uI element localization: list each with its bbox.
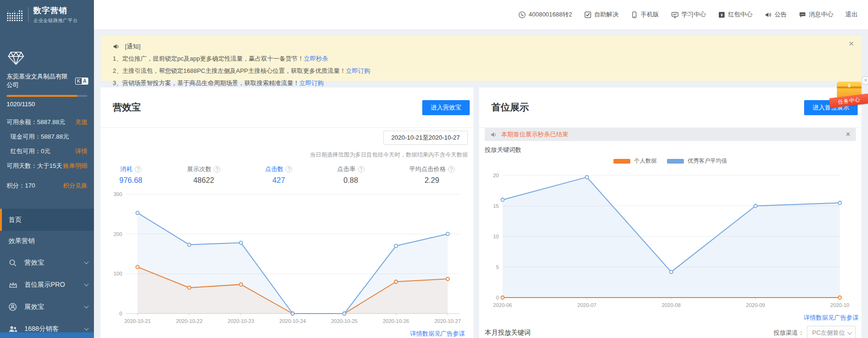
alert-speaker-icon — [490, 131, 497, 138]
help-icon[interactable]: ? — [135, 166, 141, 173]
cash-label: 现金可用：5887.88元 — [10, 133, 69, 141]
svg-text:2020-10-21: 2020-10-21 — [124, 318, 151, 324]
shouwei-panel: 首位展示 进入首位展示 本期首位展示秒杀已结束 × 投放关键词数 个人数据 优秀… — [479, 87, 861, 338]
quota-progress-bar — [7, 95, 87, 97]
mobile-icon — [631, 11, 638, 18]
stat-impressions[interactable]: 展示次数? 48622 — [187, 165, 220, 185]
yingxiaobao-panel-title: 营效宝 — [113, 101, 141, 114]
notice-tag: [通知] — [125, 42, 140, 51]
yingxiaobao-panel: 营效宝 进入营效宝 2020-10-21至2020-10-27 当日期选择范围为… — [101, 87, 473, 338]
notice-line-3: 3、营销场景智投方案，基于商品生命周期场景，获取搜索精准流量！ — [113, 79, 299, 86]
nav-mobile-version[interactable]: 手机版 — [631, 10, 659, 19]
quota-progress-fill — [7, 95, 78, 97]
nav-logout[interactable]: 退出 — [845, 10, 858, 19]
hotline-number: 4008001688转2 — [528, 10, 572, 19]
legend-swatch-personal[interactable] — [613, 159, 630, 164]
svg-text:2020-07: 2020-07 — [577, 302, 596, 308]
keywords-count-label: 投放关键词数 — [479, 141, 861, 154]
svg-text:5: 5 — [496, 264, 499, 270]
notice-close-icon[interactable]: × — [849, 39, 854, 49]
stat-clicks-value: 427 — [265, 176, 292, 185]
left-ad-advisor-link[interactable]: 详情数据见广告参谋 — [410, 330, 465, 337]
stat-avg-cpc[interactable]: 平均点击价格? 2.29 — [409, 165, 455, 185]
stat-impressions-label: 展示次数 — [187, 165, 211, 173]
nav-self-service-label: 自助解决 — [594, 10, 619, 19]
chat-bubble-icon — [799, 11, 806, 18]
stat-ctr-value: 0.88 — [337, 176, 364, 185]
stat-clicks-label: 点击数 — [265, 165, 283, 173]
brand-logo-icon — [7, 8, 23, 22]
enter-yingxiaobao-button[interactable]: 进入营效宝 — [422, 100, 470, 115]
nav-message-center[interactable]: 消息中心 — [799, 10, 833, 19]
search-icon — [8, 258, 19, 267]
crown-icon — [8, 280, 19, 290]
stat-consumption-label: 消耗 — [120, 165, 132, 173]
svg-text:¥: ¥ — [721, 12, 723, 17]
svg-text:100: 100 — [114, 271, 122, 276]
sidebar-item-home-label: 首页 — [8, 216, 22, 224]
legend-label-excellent[interactable]: 优秀客户平均值 — [688, 157, 727, 165]
svg-text:2020-10-26: 2020-10-26 — [383, 318, 409, 324]
nav-self-service[interactable]: 自助解决 — [584, 10, 619, 19]
stat-ctr[interactable]: 点击率? 0.88 — [337, 165, 364, 185]
stat-clicks[interactable]: 点击数? 427 — [265, 165, 292, 185]
redpacket-detail-link[interactable]: 详情 — [75, 147, 87, 156]
stat-ctr-label: 点击率 — [337, 165, 356, 173]
quota-text: 1020/1150 — [0, 97, 94, 108]
legend-label-personal[interactable]: 个人数据 — [634, 157, 657, 165]
redpacket-balance-label: 红包可用：0元 — [10, 147, 50, 156]
sidebar-item-zhanxiaobao[interactable]: 展效宝 — [0, 296, 94, 318]
task-center-badge[interactable]: × 任务中心 — [829, 78, 868, 106]
announcement-speaker-icon — [113, 43, 120, 50]
help-icon[interactable]: ? — [286, 166, 292, 173]
right-ad-advisor-link[interactable]: 详情数据见广告参谋 — [804, 314, 859, 321]
help-icon[interactable]: ? — [214, 166, 220, 173]
date-range-picker[interactable]: 2020-10-21至2020-10-27 — [383, 131, 468, 145]
points-exchange-link[interactable]: 积分兑换 — [63, 181, 87, 190]
notice-line-1: 1、定位推广，提前锁定pc及app更多确定性流量，赢占双十一备货节！ — [113, 55, 304, 62]
top-bar: 4008001688转2 自助解决 手机版 学习中心 ¥ 红包中心 公告 消息中… — [94, 0, 868, 29]
nav-redpacket-center[interactable]: ¥ 红包中心 — [718, 10, 752, 19]
task-badge-close-icon[interactable]: × — [861, 76, 868, 85]
ka-badge-a: A — [82, 78, 88, 84]
alert-close-icon[interactable]: × — [846, 130, 850, 139]
notice-link-3[interactable]: 立即订购 — [299, 79, 324, 86]
nav-mobile-label: 手机版 — [641, 10, 659, 19]
bill-detail-link[interactable]: 账单明细 — [63, 162, 87, 170]
chevron-down-icon — [847, 330, 852, 335]
svg-text:0: 0 — [119, 311, 122, 316]
sidebar-menu: 首页 效果营销 营效宝 首位展示PRO 展效宝 — [0, 209, 94, 338]
presentation-icon — [671, 11, 679, 18]
chevron-down-icon — [84, 304, 89, 308]
shouwei-alert-text: 本期首位展示秒杀已结束 — [501, 130, 846, 139]
stat-consumption[interactable]: 消耗? 976.68 — [119, 165, 142, 185]
balance-label: 可用余额：5887.88元 — [7, 118, 65, 126]
chevron-down-icon — [84, 259, 89, 264]
svg-text:2020-06: 2020-06 — [493, 302, 512, 308]
speaker-icon — [765, 11, 772, 18]
help-icon[interactable]: ? — [358, 166, 364, 173]
svg-text:2020-10-22: 2020-10-22 — [176, 318, 202, 324]
notice-link-1[interactable]: 立即秒杀 — [304, 55, 328, 62]
sidebar-item-yingxiaobao[interactable]: 营效宝 — [0, 252, 94, 274]
nav-message-label: 消息中心 — [809, 10, 833, 19]
red-envelope-icon: ¥ — [718, 11, 725, 18]
keywords-trend-chart: 051015202020-062020-072020-082020-092020… — [485, 169, 856, 310]
stat-impressions-value: 48622 — [187, 176, 220, 185]
channel-select[interactable]: PC左侧首位 — [807, 326, 856, 338]
svg-text:2020-10-24: 2020-10-24 — [279, 318, 306, 324]
legend-swatch-excellent[interactable] — [667, 159, 684, 164]
brand-subtitle: 企业全链路推广平台 — [33, 17, 78, 24]
help-icon[interactable]: ? — [448, 166, 455, 173]
nav-learning-center[interactable]: 学习中心 — [671, 10, 706, 19]
svg-text:15: 15 — [493, 203, 499, 209]
sidebar-item-home[interactable]: 首页 — [0, 209, 94, 231]
check-square-icon — [584, 11, 591, 18]
notice-link-2[interactable]: 立即订购 — [346, 67, 370, 74]
sidebar-item-shouwei-pro[interactable]: 首位展示PRO — [0, 274, 94, 296]
recharge-link[interactable]: 充值 — [75, 118, 87, 126]
nav-announcement[interactable]: 公告 — [765, 10, 787, 19]
chevron-down-icon — [84, 282, 89, 286]
notice-line-2: 2、主搜引流包，帮您锁定1688PC主搜左侧及APP主搜核心位置，获取更多优质流… — [113, 67, 346, 74]
svg-text:2020-09: 2020-09 — [746, 302, 765, 308]
